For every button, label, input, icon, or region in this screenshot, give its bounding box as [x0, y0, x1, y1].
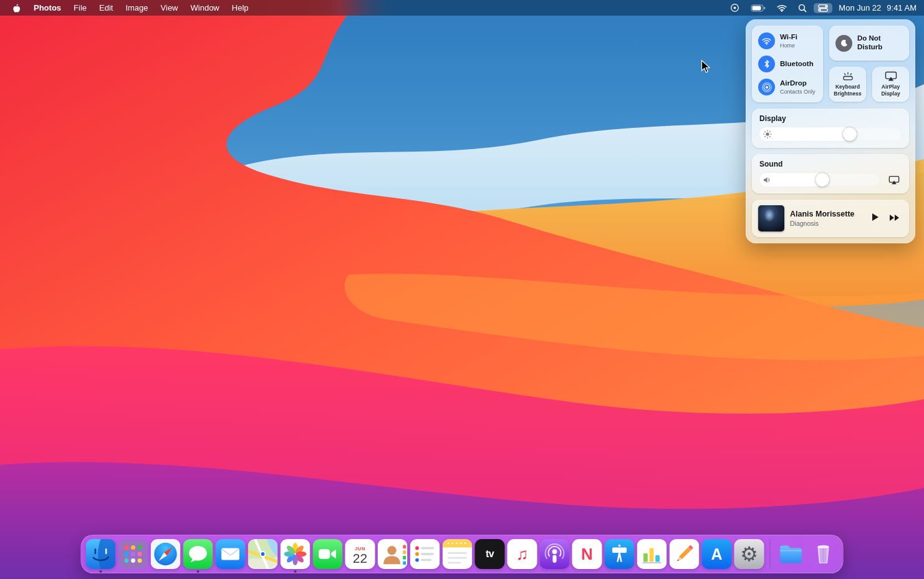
tv-glyph: tv [486, 548, 494, 560]
volume-slider-knob[interactable] [816, 173, 829, 187]
menu-image[interactable]: Image [119, 3, 154, 12]
wifi-status-icon[interactable] [772, 3, 791, 13]
bluetooth-icon [758, 56, 775, 72]
dnd-label: Do Not Disturb [857, 34, 903, 52]
dock-item-reminders[interactable] [409, 535, 441, 573]
dock-item-pages[interactable] [668, 535, 701, 573]
display-slider-fill [759, 127, 856, 141]
dock-item-maps[interactable] [247, 535, 279, 573]
volume-slider[interactable] [759, 173, 880, 187]
sound-module: Sound [752, 154, 909, 193]
dock-item-facetime[interactable] [312, 535, 344, 573]
downloads-folder-icon [776, 539, 806, 569]
system-preferences-icon: ⚙ [734, 539, 764, 569]
news-glyph: N [581, 545, 593, 564]
bluetooth-label: Bluetooth [780, 60, 814, 68]
notes-icon [443, 539, 473, 569]
reminders-icon [410, 539, 440, 569]
app-store-icon: A [702, 539, 732, 569]
album-art[interactable] [758, 205, 784, 231]
play-button[interactable] [872, 213, 879, 224]
music-subtitle: Diagnosis [790, 220, 866, 227]
app-store-glyph: A [711, 545, 722, 563]
dock-item-finder[interactable] [85, 535, 117, 573]
apple-menu[interactable] [7, 2, 25, 14]
calendar-day: 22 [353, 552, 367, 565]
airplay-display-icon [885, 71, 897, 81]
launchpad-icon [118, 539, 148, 569]
dock-item-tv[interactable]: tv [474, 535, 506, 573]
music-note-glyph: ♫ [516, 545, 529, 564]
dock-item-numbers[interactable] [636, 535, 668, 573]
control-center-icon[interactable] [814, 3, 832, 13]
menu-window[interactable]: Window [185, 3, 226, 12]
display-slider-knob[interactable] [843, 127, 857, 141]
keyboard-brightness-button[interactable]: Keyboard Brightness [829, 67, 866, 102]
app-menus: Photos File Edit Image View Window Help [25, 3, 255, 12]
menu-bar: Photos File Edit Image View Window Help … [0, 0, 924, 16]
facetime-icon [313, 539, 343, 569]
airdrop-status: Contacts Only [780, 89, 816, 95]
speaker-icon [763, 175, 772, 187]
running-indicator [294, 570, 297, 573]
tv-icon: tv [475, 539, 505, 569]
running-indicator [100, 570, 102, 573]
moon-icon [835, 35, 852, 52]
mouse-cursor [701, 60, 711, 76]
menu-bar-clock[interactable]: Mon Jun 22 9:41 AM [839, 3, 917, 12]
dock-item-trash[interactable] [807, 535, 840, 573]
dock-item-mail[interactable] [214, 535, 247, 573]
menu-file[interactable]: File [67, 3, 93, 12]
dock-item-news[interactable]: N [571, 535, 604, 573]
keyboard-brightness-label: Keyboard Brightness [831, 84, 865, 97]
dock-item-messages[interactable] [182, 535, 214, 573]
bluetooth-toggle[interactable]: Bluetooth [758, 56, 817, 72]
spotlight-icon[interactable] [794, 2, 811, 14]
news-app-icon: N [572, 539, 602, 569]
photos-icon [281, 539, 310, 569]
display-brightness-slider[interactable] [759, 127, 902, 141]
menu-edit[interactable]: Edit [93, 3, 119, 12]
wifi-toggle[interactable]: Wi-Fi Home [758, 32, 817, 49]
dock-item-music[interactable]: ♫ [506, 535, 539, 573]
dock-item-keynote[interactable] [604, 535, 636, 573]
wifi-label: Wi-Fi [780, 33, 797, 41]
messages-icon [183, 539, 213, 569]
menu-view[interactable]: View [155, 3, 185, 12]
dock-item-contacts[interactable] [377, 535, 409, 573]
gear-glyph: ⚙ [740, 544, 758, 564]
dock-item-downloads-folder[interactable] [775, 535, 807, 573]
status-circle-icon[interactable] [726, 2, 744, 14]
dock-item-photos[interactable] [279, 535, 312, 573]
dock-item-launchpad[interactable] [117, 535, 150, 573]
dock-item-podcasts[interactable] [539, 535, 571, 573]
dock-item-system-preferences[interactable]: ⚙ [733, 535, 766, 573]
dock-separator [770, 539, 771, 569]
battery-icon[interactable] [746, 3, 770, 13]
airplay-audio-button[interactable] [887, 173, 902, 187]
maps-icon [248, 539, 278, 569]
do-not-disturb-toggle[interactable]: Do Not Disturb [829, 26, 909, 61]
safari-icon [151, 539, 181, 569]
dock-item-notes[interactable] [441, 535, 474, 573]
numbers-icon [637, 539, 667, 569]
menu-photos[interactable]: Photos [27, 3, 67, 12]
fast-forward-button[interactable] [889, 213, 900, 224]
pages-icon [670, 539, 700, 569]
running-indicator [197, 570, 200, 573]
mail-icon [216, 539, 246, 569]
dock-item-safari[interactable] [150, 535, 182, 573]
airplay-display-button[interactable]: AirPlay Display [872, 67, 909, 102]
airdrop-icon [758, 79, 775, 95]
dock: JUN 22 tv ♫ N [81, 535, 844, 573]
keynote-icon [605, 539, 635, 569]
dock-item-calendar[interactable]: JUN 22 [344, 535, 377, 573]
wifi-icon [758, 32, 775, 49]
now-playing-module: Alanis Morissette Diagnosis [752, 200, 909, 237]
airdrop-toggle[interactable]: AirDrop Contacts Only [758, 79, 817, 95]
airplay-display-label: AirPlay Display [874, 84, 908, 97]
contacts-icon [378, 539, 408, 569]
menu-help[interactable]: Help [226, 3, 255, 12]
podcasts-icon [540, 539, 570, 569]
dock-item-app-store[interactable]: A [701, 535, 733, 573]
